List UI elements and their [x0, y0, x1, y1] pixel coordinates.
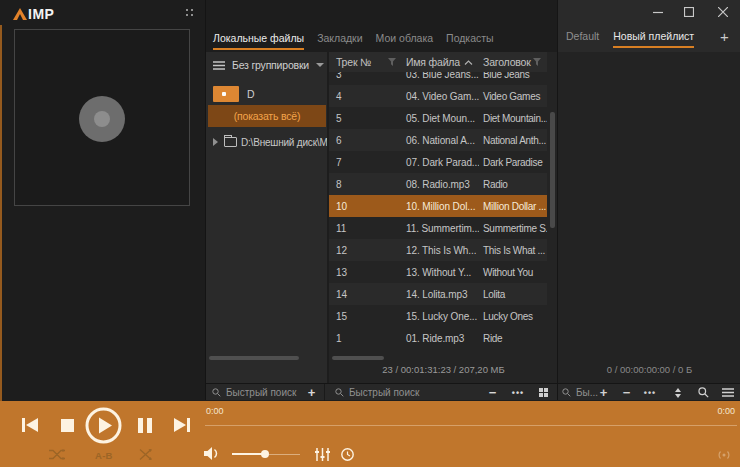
add-playlist-button[interactable]: +: [720, 28, 729, 45]
folder-icon: [224, 137, 237, 147]
playlist-tab-new[interactable]: Новый плейлист: [613, 30, 694, 48]
cell-track-number: 10: [329, 201, 402, 212]
grouping-selector[interactable]: Без группировки: [206, 55, 327, 75]
radio-broadcast-icon[interactable]: [716, 450, 732, 460]
column-title[interactable]: Заголовок: [479, 52, 547, 72]
cell-title: Without You: [479, 267, 547, 278]
table-row[interactable]: 7 07. Dark Parad... Dark Paradise: [329, 151, 547, 173]
playlist-toolbar: Бы... + − •••: [558, 383, 740, 400]
total-time: 0:00: [717, 406, 735, 416]
grid-icon: [539, 388, 548, 397]
divider: [324, 384, 325, 401]
cell-track-number: 5: [329, 113, 402, 124]
expand-arrow-icon[interactable]: [213, 138, 218, 146]
close-button[interactable]: [713, 4, 733, 20]
sort-button[interactable]: [671, 384, 685, 401]
drive-label: D: [247, 88, 255, 100]
column-file-name[interactable]: Имя файла: [402, 52, 479, 72]
pause-button[interactable]: [138, 418, 152, 433]
grouping-label: Без группировки: [232, 59, 309, 71]
filter-icon[interactable]: [533, 58, 541, 66]
add-button[interactable]: +: [304, 384, 319, 401]
filter-icon[interactable]: [388, 58, 396, 66]
library-status-text: 23 / 00:01:31:23 / 207,20 МБ: [329, 364, 558, 375]
elapsed-time: 0:00: [206, 406, 224, 416]
more-options-button[interactable]: •••: [510, 384, 526, 401]
table-row[interactable]: 15 15. Lucky One... Lucky Ones: [329, 305, 547, 327]
playlist-search-button[interactable]: [696, 384, 710, 401]
cell-file-name: 06. National A...: [402, 135, 479, 146]
table-row[interactable]: 14 14. Lolita.mp3 Lolita: [329, 283, 547, 305]
tab-podcasts[interactable]: Подкасты: [446, 32, 494, 50]
tree-horizontal-scrollbar[interactable]: [209, 356, 299, 360]
maximize-button[interactable]: [679, 4, 699, 20]
ab-repeat-button[interactable]: A-B: [95, 450, 113, 461]
tab-local-files[interactable]: Локальные файлы: [213, 32, 304, 50]
crossfade-button[interactable]: [139, 449, 152, 460]
play-button[interactable]: [85, 407, 122, 444]
view-grid-button[interactable]: [537, 384, 549, 401]
table-row[interactable]: 10 10. Million Dol... Million Dollar ...: [329, 195, 547, 217]
table-horizontal-scrollbar[interactable]: [332, 356, 384, 360]
table-row[interactable]: 11 11. Summertim... Summertime S...: [329, 217, 547, 239]
add-tracks-button[interactable]: +: [596, 384, 611, 401]
table-header: Трек № Имя файла Заголовок: [329, 52, 547, 72]
player-bar: 0:00 0:00 A-B: [0, 401, 740, 467]
playlist-quick-search-input[interactable]: Бы...: [562, 384, 598, 401]
equalizer-button[interactable]: [315, 448, 330, 461]
column-track-number[interactable]: Трек №: [329, 52, 402, 72]
table-row[interactable]: 13 13. Without Y... Without You: [329, 261, 547, 283]
sort-ascending-icon: [464, 60, 473, 65]
folder-tree-item[interactable]: D:\Внешний диск\М: [206, 132, 327, 152]
seek-bar[interactable]: [205, 425, 737, 426]
table-row[interactable]: 3 03. Blue Jeans.... Blue Jeans: [329, 72, 547, 85]
table-row[interactable]: 5 05. Diet Moun... Diet Mountain...: [329, 107, 547, 129]
show-all-button[interactable]: (показать всё): [208, 105, 326, 127]
aimp-window: IMP Локальные файлы Закладки Мои облака …: [0, 0, 740, 467]
table-row[interactable]: 4 04. Video Gam... Video Games: [329, 85, 547, 107]
minimize-button[interactable]: [648, 4, 668, 20]
table-vertical-scrollbar[interactable]: [550, 112, 555, 228]
search-icon: [698, 387, 709, 398]
drive-item[interactable]: D: [206, 86, 327, 102]
search-icon: [335, 388, 344, 397]
tab-bookmarks[interactable]: Закладки: [317, 32, 362, 50]
playlist-menu-button[interactable]: [721, 384, 735, 401]
tree-quick-search-input[interactable]: Быстрый поиск: [212, 384, 296, 401]
library-search-row: Быстрый поиск + Быстрый поиск − •••: [206, 383, 558, 400]
cell-file-name: 13. Without Y...: [402, 267, 479, 278]
table-row[interactable]: 8 08. Radio.mp3 Radio: [329, 173, 547, 195]
tab-clouds[interactable]: Мои облака: [376, 32, 434, 50]
table-row[interactable]: 1 01. Ride.mp3 Ride: [329, 327, 547, 349]
aimp-logo-triangle: [13, 8, 27, 20]
volume-slider-handle[interactable]: [261, 450, 269, 458]
cell-title: Lolita: [479, 289, 547, 300]
cell-title: Million Dollar ...: [479, 201, 547, 212]
cell-track-number: 14: [329, 289, 402, 300]
library-panel: Локальные файлы Закладки Мои облака Подк…: [205, 0, 557, 400]
volume-slider-track[interactable]: [265, 454, 300, 455]
folder-path-label: D:\Внешний диск\М: [241, 137, 327, 148]
cell-title: Diet Mountain...: [479, 113, 547, 124]
cell-track-number: 6: [329, 135, 402, 146]
playlist-tab-default[interactable]: Default: [566, 30, 599, 48]
remove-tracks-button[interactable]: −: [619, 384, 634, 401]
cell-title: Blue Jeans: [479, 72, 547, 80]
table-quick-search-input[interactable]: Быстрый поиск: [335, 384, 419, 401]
previous-button[interactable]: [22, 418, 38, 432]
drive-color-swatch: [213, 86, 239, 102]
table-row[interactable]: 6 06. National A... National Anth...: [329, 129, 547, 151]
stop-button[interactable]: [61, 419, 74, 432]
compact-mode-icon[interactable]: [186, 9, 196, 19]
library-tabs: Локальные файлы Закладки Мои облака Подк…: [213, 25, 494, 51]
table-row[interactable]: 12 12. This Is Wh... This Is What ...: [329, 239, 547, 261]
more-options-button[interactable]: •••: [642, 384, 658, 401]
shuffle-button[interactable]: [49, 449, 65, 460]
cell-file-name: 12. This Is Wh...: [402, 245, 479, 256]
scheduler-clock-button[interactable]: [341, 448, 354, 461]
remove-button[interactable]: −: [485, 384, 500, 401]
menu-icon: [213, 61, 225, 70]
next-button[interactable]: [174, 418, 190, 432]
volume-icon[interactable]: [204, 446, 220, 461]
chevron-down-icon: [316, 63, 324, 67]
